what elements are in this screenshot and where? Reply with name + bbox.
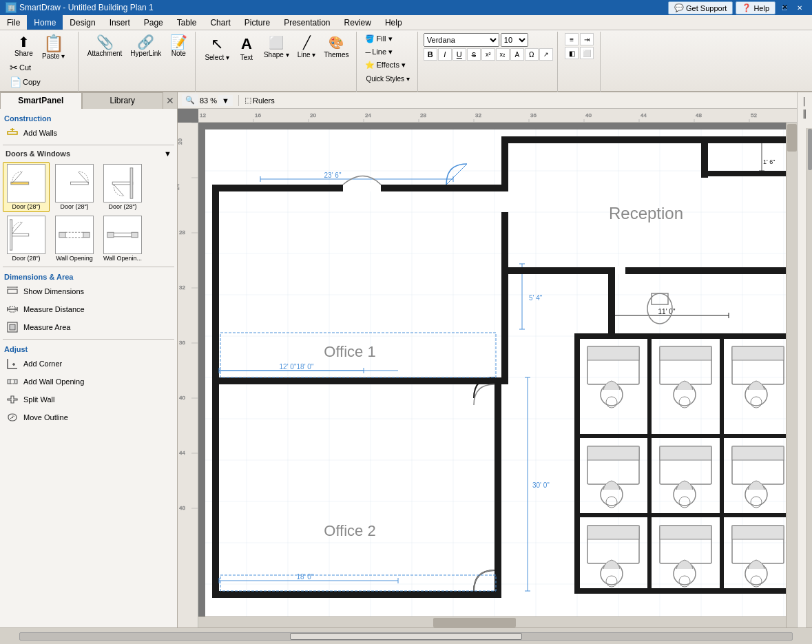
scrollbar-horizontal[interactable]	[198, 616, 786, 627]
measure-distance-item[interactable]: Measure Distance	[3, 300, 174, 318]
italic-button[interactable]: I	[438, 48, 452, 61]
svg-rect-33	[8, 380, 10, 384]
line-button[interactable]: ╱ Line ▾	[294, 33, 320, 61]
ribbon: ⬆ Share 📋 Paste ▾ ✂ Cut 📄 Copy 🖌 Format …	[0, 30, 812, 92]
menu-file[interactable]: File	[0, 15, 27, 30]
rulers-control[interactable]: ⬚ Rulers	[244, 96, 275, 105]
door-item-3[interactable]: Door (28")	[99, 162, 146, 212]
canvas-drawing-area[interactable]: 23' 6" 12' 0" 18' 0" 18' 0"	[198, 123, 797, 627]
font-size-select[interactable]: 10	[501, 33, 528, 47]
menu-home[interactable]: Home	[27, 15, 63, 30]
bold-button[interactable]: B	[424, 48, 437, 61]
quick-styles-button[interactable]: Quick Styles ▾	[362, 72, 413, 85]
add-wall-opening-item[interactable]: Add Wall Opening	[3, 373, 174, 391]
note-button[interactable]: 📝 Note	[166, 33, 191, 59]
menu-insert[interactable]: Insert	[103, 15, 137, 30]
wall-opening-item-1[interactable]: Wall Opening	[51, 214, 98, 264]
menu-review[interactable]: Review	[337, 15, 378, 30]
svg-rect-119	[212, 377, 508, 384]
door-preview-2	[55, 164, 94, 202]
svg-rect-21	[8, 289, 17, 293]
themes-button[interactable]: 🎨 Themes	[320, 33, 352, 61]
add-walls-icon	[6, 126, 19, 140]
menu-picture[interactable]: Picture	[238, 15, 277, 30]
door-label-1: Door (28")	[12, 203, 40, 210]
font-name-select[interactable]: Verdana	[424, 33, 499, 47]
font-color-button[interactable]: A	[510, 48, 524, 61]
align-left-button[interactable]: ◧	[565, 47, 579, 59]
attachment-button[interactable]: 📎 Attachment	[84, 33, 126, 59]
door-label-2: Door (28")	[60, 203, 88, 210]
scroll-h-thumb[interactable]	[433, 618, 516, 627]
shape-button[interactable]: ⬜ Shape ▾	[260, 33, 293, 61]
support-buttons: 💬 Get Support ❓ Help ✕	[668, 1, 791, 14]
effects-button[interactable]: ⭐ Effects ▾	[362, 59, 408, 71]
svg-rect-0	[8, 132, 17, 134]
paste-button[interactable]: 📋 Paste ▾	[38, 33, 70, 62]
menu-help[interactable]: Help	[378, 15, 409, 30]
split-wall-icon	[6, 393, 19, 406]
superscript-button[interactable]: x²	[481, 48, 495, 61]
wall-opening-item-2[interactable]: Wall Openin...	[99, 214, 146, 264]
select-button[interactable]: ↖ Select ▾	[201, 33, 233, 63]
menu-design[interactable]: Design	[63, 15, 102, 30]
door-label-3: Door (28")	[108, 203, 136, 210]
hyperlink-button[interactable]: 🔗 HyperLink	[127, 33, 165, 59]
svg-text:18' 0": 18' 0"	[297, 363, 314, 371]
cut-button[interactable]: ✂ Cut	[7, 61, 74, 74]
svg-rect-198	[343, 183, 381, 191]
show-dimensions-item[interactable]: Show Dimensions	[3, 282, 174, 300]
help-icon: ❓	[742, 3, 751, 12]
svg-text:Office 2: Office 2	[324, 522, 375, 539]
door-item-4[interactable]: Door (28")	[3, 214, 50, 264]
split-wall-item[interactable]: Split Wall	[3, 391, 174, 408]
door-item-2[interactable]: Door (28")	[51, 162, 98, 212]
smartpanel: SmartPanel Library ✕ Construction Add Wa…	[0, 92, 178, 627]
add-walls-item[interactable]: Add Walls	[3, 124, 174, 142]
svg-rect-195	[732, 526, 784, 539]
tab-library[interactable]: Library	[82, 92, 164, 109]
menu-chart[interactable]: Chart	[203, 15, 237, 30]
scrollbar-vertical[interactable]	[786, 123, 797, 627]
help-close-button[interactable]: ✕	[778, 1, 791, 14]
right-tool-2[interactable]: ║	[799, 107, 811, 120]
underline-button[interactable]: U	[452, 48, 466, 61]
help-button[interactable]: ❓ Help	[736, 1, 775, 14]
zoom-dropdown-button[interactable]: ▼	[218, 95, 233, 106]
add-corner-item[interactable]: Add Corner	[3, 355, 174, 373]
canvas-wrapper[interactable]: 12 16 20 24 28 32 36 40	[178, 109, 797, 627]
scroll-v-thumb[interactable]	[787, 124, 797, 152]
line-style-button[interactable]: ─ Line ▾	[362, 46, 395, 58]
special-chars-button[interactable]: Ω	[525, 48, 539, 61]
doors-windows-header[interactable]: Doors & Windows ▼	[3, 148, 174, 159]
copy-button[interactable]: 📄 Copy	[7, 75, 74, 89]
list-button[interactable]: ≡	[565, 33, 579, 45]
font-more-button[interactable]: ↗	[539, 48, 553, 61]
move-outline-item[interactable]: Move Outline	[3, 408, 174, 426]
right-tool-1[interactable]: │	[799, 95, 811, 107]
scroll-horizontal-bar[interactable]	[19, 632, 793, 641]
measure-area-item[interactable]: Measure Area	[3, 318, 174, 336]
svg-rect-14	[83, 232, 90, 237]
door-item-1[interactable]: Door (28")	[3, 162, 50, 212]
svg-rect-187	[587, 526, 639, 539]
menu-presentation[interactable]: Presentation	[277, 15, 337, 30]
share-button[interactable]: ⬆ Share	[11, 33, 37, 59]
get-support-button[interactable]: 💬 Get Support	[668, 1, 733, 14]
strikethrough-button[interactable]: S̶	[467, 48, 481, 61]
fill-button[interactable]: 🪣 Fill ▾	[362, 33, 395, 45]
menu-table[interactable]: Table	[170, 15, 204, 30]
menu-page[interactable]: Page	[137, 15, 170, 30]
tab-smartpanel[interactable]: SmartPanel	[0, 92, 82, 109]
align-center-button[interactable]: ⬜	[580, 47, 594, 59]
indent-button[interactable]: ⇥	[580, 33, 594, 45]
close-button[interactable]: ✕	[793, 3, 806, 12]
panel-close-button[interactable]: ✕	[163, 92, 177, 109]
zoom-out-button[interactable]: 🔍	[182, 94, 198, 106]
text-button[interactable]: A Text	[234, 33, 259, 63]
svg-rect-171	[732, 346, 784, 360]
subscript-button[interactable]: x₂	[496, 48, 510, 61]
svg-text:20: 20	[178, 138, 183, 145]
scroll-bar-thumb[interactable]	[290, 633, 521, 640]
svg-text:12' 0": 12' 0"	[280, 363, 297, 371]
